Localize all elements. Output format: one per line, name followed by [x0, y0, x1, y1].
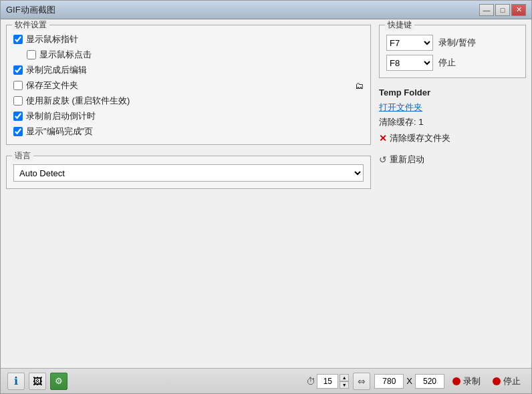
- main-window: GIF动画截图 — □ ✕ 软件设置 显示鼠标指针: [0, 0, 532, 394]
- edit-after-record-label: 录制完成后编辑: [26, 64, 87, 76]
- hotkey-record-label: 录制/暂停: [438, 37, 476, 49]
- width-input[interactable]: 780: [374, 374, 404, 389]
- clear-cache-button[interactable]: ✕ 清除缓存文件夹: [379, 132, 450, 144]
- open-folder-link[interactable]: 打开文件夹: [379, 102, 526, 114]
- cache-label-text: 清除缓存:: [379, 117, 416, 127]
- software-settings-group: 软件设置 显示鼠标指针 显示鼠标点击: [6, 25, 371, 145]
- language-select-wrapper: Auto Detect 简体中文 English 日本語: [13, 164, 364, 182]
- countdown-row: 录制前启动倒计时: [13, 110, 364, 122]
- hotkey-stop-label: 停止: [438, 57, 456, 69]
- info-icon: ℹ: [14, 375, 18, 387]
- gear-button[interactable]: ⚙: [50, 373, 68, 390]
- timer-section: ⏱ ▲ ▼: [306, 374, 349, 389]
- use-new-skin-checkbox[interactable]: [13, 96, 23, 106]
- hotkeys-group: 快捷键 F5 F6 F7 F8 录制/暂停: [379, 25, 526, 78]
- info-button[interactable]: ℹ: [7, 373, 25, 390]
- show-cursor-row: 显示鼠标指针: [13, 33, 364, 45]
- image-icon: 🖼: [33, 376, 42, 387]
- x-separator: X: [406, 376, 412, 386]
- restart-row[interactable]: ↺ 重新启动: [379, 154, 526, 166]
- close-button[interactable]: ✕: [511, 4, 526, 16]
- show-cursor-checkbox[interactable]: [13, 35, 23, 44]
- use-new-skin-row: 使用新皮肤 (重启软件生效): [13, 95, 364, 107]
- show-click-checkbox[interactable]: [27, 50, 36, 59]
- maximize-button[interactable]: □: [495, 4, 510, 16]
- show-click-label: 显示鼠标点击: [39, 49, 92, 61]
- show-click-row: 显示鼠标点击: [13, 49, 364, 61]
- resize-icon: ⇔: [358, 376, 366, 387]
- hotkey-stop-row: F5 F6 F7 F8 停止: [386, 55, 519, 71]
- restart-label: 重新启动: [390, 154, 424, 166]
- timer-up-button[interactable]: ▲: [340, 374, 349, 381]
- bottom-toolbar: ℹ 🖼 ⚙ ⏱ ▲ ▼ ⇔ 780 X 520: [1, 368, 531, 393]
- panels-row: 软件设置 显示鼠标指针 显示鼠标点击: [6, 25, 526, 363]
- save-to-folder-checkbox[interactable]: [13, 81, 23, 90]
- stop-button[interactable]: 停止: [489, 374, 525, 389]
- show-complete-label: 显示"编码完成"页: [26, 126, 93, 138]
- cache-count-label: 清除缓存: 1: [379, 116, 526, 128]
- countdown-label: 录制前启动倒计时: [26, 110, 96, 122]
- temp-folder-title: Temp Folder: [379, 87, 526, 97]
- timer-spinbox: ▲ ▼: [340, 374, 349, 389]
- hotkey-stop-select[interactable]: F5 F6 F7 F8: [386, 55, 433, 71]
- resize-button[interactable]: ⇔: [353, 373, 370, 390]
- main-content: 软件设置 显示鼠标指针 显示鼠标点击: [1, 19, 531, 368]
- settings-list: 显示鼠标指针 显示鼠标点击 录制完成后编辑: [13, 33, 364, 138]
- language-select[interactable]: Auto Detect 简体中文 English 日本語: [13, 164, 364, 182]
- image-button[interactable]: 🖼: [29, 373, 46, 390]
- gear-icon: ⚙: [55, 376, 63, 386]
- right-panel: 快捷键 F5 F6 F7 F8 录制/暂停: [379, 25, 526, 363]
- left-panel: 软件设置 显示鼠标指针 显示鼠标点击: [6, 25, 371, 363]
- show-cursor-label: 显示鼠标指针: [26, 33, 78, 45]
- save-to-folder-row: 保存至文件夹 🗂: [13, 79, 364, 91]
- height-input[interactable]: 520: [415, 374, 444, 389]
- minimize-button[interactable]: —: [479, 4, 494, 16]
- record-dot-icon: [452, 377, 460, 385]
- window-controls: — □ ✕: [479, 4, 526, 16]
- clear-cache-x-icon: ✕: [379, 133, 387, 144]
- title-bar: GIF动画截图 — □ ✕: [1, 1, 531, 19]
- hotkeys-list: F5 F6 F7 F8 录制/暂停 F5 F6 F7: [386, 35, 519, 71]
- stop-label: 停止: [503, 375, 521, 387]
- edit-after-record-checkbox[interactable]: [13, 65, 23, 75]
- save-to-folder-label: 保存至文件夹: [26, 79, 78, 91]
- restart-icon: ↺: [379, 154, 387, 165]
- edit-after-record-row: 录制完成后编辑: [13, 64, 364, 76]
- use-new-skin-label: 使用新皮肤 (重启软件生效): [26, 95, 130, 107]
- cache-count-value: 1: [418, 117, 423, 127]
- folder-icon: 🗂: [355, 81, 364, 91]
- timer-input[interactable]: [317, 374, 338, 389]
- record-button[interactable]: 录制: [448, 374, 485, 389]
- clear-cache-label: 清除缓存文件夹: [390, 132, 450, 144]
- clock-icon: ⏱: [306, 376, 315, 387]
- window-title: GIF动画截图: [6, 4, 479, 16]
- temp-folder-section: Temp Folder 打开文件夹 清除缓存: 1 ✕ 清除缓存文件夹: [379, 85, 526, 147]
- hotkeys-title: 快捷键: [385, 19, 414, 31]
- timer-down-button[interactable]: ▼: [340, 381, 349, 389]
- software-settings-title: 软件设置: [12, 19, 49, 31]
- hotkey-record-select[interactable]: F5 F6 F7 F8: [386, 35, 433, 51]
- show-complete-checkbox[interactable]: [13, 127, 23, 136]
- size-section: 780 X 520: [374, 374, 444, 389]
- hotkey-record-row: F5 F6 F7 F8 录制/暂停: [386, 35, 519, 51]
- show-complete-row: 显示"编码完成"页: [13, 126, 364, 138]
- record-label: 录制: [463, 375, 481, 387]
- stop-dot-icon: [493, 377, 501, 385]
- countdown-checkbox[interactable]: [13, 112, 23, 121]
- language-title: 语言: [12, 150, 33, 162]
- language-group: 语言 Auto Detect 简体中文 English 日本語: [6, 156, 371, 189]
